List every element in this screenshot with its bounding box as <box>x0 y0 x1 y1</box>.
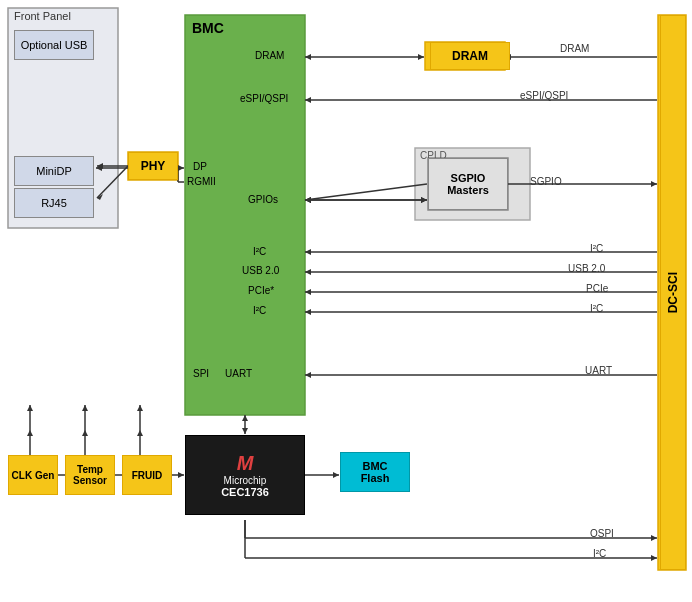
bmc-port-pcie: PCIe* <box>248 285 274 296</box>
microchip-model: CEC1736 <box>221 486 269 498</box>
svg-marker-68 <box>305 197 311 203</box>
bmc-flash-line1: BMC <box>362 460 387 472</box>
optional-usb-block: Optional USB <box>14 30 94 60</box>
svg-marker-39 <box>242 428 248 434</box>
bmc-flash-line2: Flash <box>361 472 390 484</box>
svg-rect-1 <box>185 15 305 415</box>
svg-line-65 <box>305 184 427 200</box>
svg-marker-50 <box>82 430 88 436</box>
line-label-espi: eSPI/QSPI <box>520 90 568 101</box>
svg-marker-46 <box>27 430 33 436</box>
bmc-port-espi: eSPI/QSPI <box>240 93 288 104</box>
line-label-sgpio: SGPIO <box>530 176 562 187</box>
svg-marker-64 <box>651 555 657 561</box>
svg-marker-42 <box>305 372 311 378</box>
svg-marker-35 <box>305 289 311 295</box>
bmc-port-gpios: GPIOs <box>248 194 278 205</box>
line-label-i2c-top: I²C <box>590 243 603 254</box>
svg-marker-61 <box>651 535 657 541</box>
svg-marker-54 <box>137 430 143 436</box>
line-label-pcie: PCIe <box>586 283 608 294</box>
svg-marker-31 <box>305 249 311 255</box>
svg-marker-8 <box>418 54 424 60</box>
dc-sci-label: DC-SCI <box>666 272 680 313</box>
microchip-name: Microchip <box>224 475 267 486</box>
fruid-block: FRUID <box>122 455 172 495</box>
temp-sensor-label: Temp Sensor <box>66 464 114 486</box>
svg-marker-37 <box>305 309 311 315</box>
bmc-flash-block: BMC Flash <box>340 452 410 492</box>
bmc-port-uart: UART <box>225 368 252 379</box>
line-label-i2c-mid: I²C <box>590 303 603 314</box>
temp-sensor-block: Temp Sensor <box>65 455 115 495</box>
svg-line-19 <box>97 166 128 198</box>
optional-usb-label: Optional USB <box>21 39 88 51</box>
svg-marker-52 <box>82 405 88 411</box>
svg-marker-22 <box>97 163 103 169</box>
sgpio-masters-block: SGPIO Masters <box>428 158 508 210</box>
dc-sci-block: DC-SCI <box>660 15 686 570</box>
line-label-uart: UART <box>585 365 612 376</box>
svg-marker-48 <box>27 405 33 411</box>
bmc-port-spi: SPI <box>193 368 209 379</box>
svg-marker-15 <box>178 165 184 171</box>
svg-marker-27 <box>305 197 311 203</box>
rj45-label: RJ45 <box>41 197 67 209</box>
svg-marker-33 <box>305 269 311 275</box>
svg-marker-26 <box>421 197 427 203</box>
diagram-lines <box>0 0 692 602</box>
bmc-port-rgmii: RGMII <box>187 176 216 187</box>
svg-marker-58 <box>178 472 184 478</box>
bmc-port-i2c2: I²C <box>253 305 266 316</box>
svg-marker-13 <box>305 97 311 103</box>
svg-marker-44 <box>333 472 339 478</box>
svg-marker-20 <box>97 194 103 200</box>
svg-marker-56 <box>137 405 143 411</box>
rj45-block: RJ45 <box>14 188 94 218</box>
bmc-title: BMC <box>192 20 224 36</box>
microchip-block: M Microchip CEC1736 <box>185 435 305 515</box>
phy-block: PHY <box>128 152 178 180</box>
svg-marker-29 <box>651 181 657 187</box>
line-label-usb20: USB 2.0 <box>568 263 605 274</box>
block-diagram: Front Panel Optional USB MiniDP RJ45 BMC… <box>0 0 692 602</box>
phy-label: PHY <box>141 159 166 173</box>
svg-marker-24 <box>305 197 311 203</box>
svg-marker-67 <box>421 197 427 203</box>
minidp-label: MiniDP <box>36 165 71 177</box>
line-label-ospi: OSPI <box>590 528 614 539</box>
bmc-port-usb20: USB 2.0 <box>242 265 279 276</box>
bmc-port-dram: DRAM <box>255 50 284 61</box>
clk-gen-label: CLK Gen <box>12 470 55 481</box>
svg-marker-16 <box>96 165 102 171</box>
dram-label: DRAM <box>452 49 488 63</box>
clk-gen-block: CLK Gen <box>8 455 58 495</box>
microchip-logo: M <box>237 452 254 475</box>
line-label-dram: DRAM <box>560 43 589 54</box>
fruid-label: FRUID <box>132 470 163 481</box>
svg-marker-40 <box>242 415 248 421</box>
bmc-port-i2c1: I²C <box>253 246 266 257</box>
line-label-i2c-bot: I²C <box>593 548 606 559</box>
minidp-block: MiniDP <box>14 156 94 186</box>
svg-marker-9 <box>305 54 311 60</box>
sgpio-masters-label: SGPIO Masters <box>429 172 507 196</box>
front-panel-label: Front Panel <box>14 10 71 22</box>
dram-block: DRAM <box>430 42 510 70</box>
bmc-port-dp: DP <box>193 161 207 172</box>
svg-line-23 <box>305 184 427 200</box>
